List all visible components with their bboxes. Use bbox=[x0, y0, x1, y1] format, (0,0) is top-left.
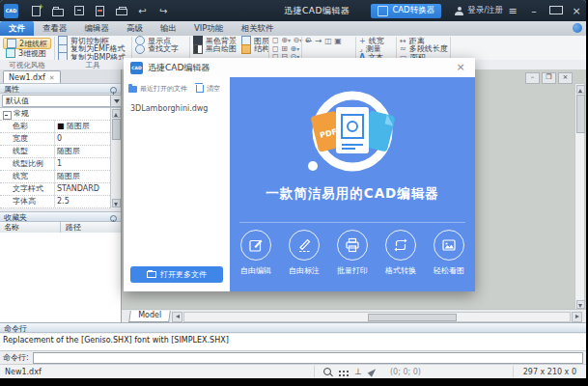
mdi-close-button[interactable]: × bbox=[558, 72, 573, 84]
tab-advanced[interactable]: 高级 bbox=[118, 21, 152, 36]
mdi-restore-button[interactable]: ❐ bbox=[542, 72, 556, 84]
favorites-list[interactable] bbox=[0, 233, 121, 322]
property-row-font-height[interactable]: 字体高 2.5 bbox=[0, 195, 110, 208]
property-row-linetype[interactable]: 线型 随图层 bbox=[0, 145, 110, 158]
property-row-lineweight[interactable]: 线宽 随图层 bbox=[0, 170, 110, 183]
easy-view-button[interactable]: 轻松看图 bbox=[427, 230, 471, 276]
dialog-title-bar: CAD 迅捷CAD编辑器 × bbox=[124, 58, 475, 78]
print-icon bbox=[116, 9, 127, 15]
favorites-path-column[interactable]: 路径 bbox=[66, 222, 81, 233]
collapse-icon[interactable] bbox=[3, 111, 12, 120]
document-tab[interactable]: New1.dxf✕ bbox=[3, 70, 61, 84]
property-row-color[interactable]: 色彩 ■ 随图层 bbox=[0, 120, 110, 133]
scrollbar-thumb[interactable] bbox=[576, 95, 585, 133]
cad-converter-button[interactable]: CAD转换器 bbox=[371, 4, 441, 18]
view-navigation-tools[interactable]: ← → ◫ ▣ bbox=[305, 37, 342, 45]
grid-snap-icon[interactable] bbox=[339, 371, 341, 372]
dialog-sidebar: 最近打开的文件 清空 3DLamborghini.dwg 打开更多文件 bbox=[124, 77, 231, 291]
edit-icon bbox=[248, 237, 264, 253]
magnifier-icon[interactable] bbox=[323, 368, 331, 375]
mdi-minimize-button[interactable]: – bbox=[525, 72, 540, 84]
scroll-up-icon[interactable] bbox=[112, 109, 121, 118]
dropdown-arrow-icon[interactable] bbox=[110, 96, 121, 106]
scroll-down-icon[interactable] bbox=[576, 300, 585, 309]
document-tab-bar: New1.dxf✕ bbox=[0, 69, 121, 84]
open-file-button[interactable] bbox=[51, 5, 64, 17]
tab-related[interactable]: 相关软件 bbox=[232, 21, 282, 36]
property-scrollbar[interactable] bbox=[110, 108, 121, 208]
tab-editor[interactable]: 编辑器 bbox=[76, 21, 119, 36]
print-button[interactable] bbox=[115, 5, 127, 17]
maximize-button[interactable] bbox=[549, 5, 561, 17]
open-more-files-button[interactable]: 打开更多文件 bbox=[130, 266, 223, 283]
export-pdf-button[interactable] bbox=[94, 5, 106, 17]
ribbon-3d-view-button[interactable]: 3维视图 bbox=[3, 48, 49, 58]
favorites-name-column[interactable]: 名称 bbox=[4, 222, 19, 233]
tab-viewer[interactable]: 查看器 bbox=[34, 21, 76, 36]
ortho-icon[interactable]: ⊥ bbox=[354, 367, 362, 376]
next-view-icon[interactable]: → bbox=[315, 36, 322, 45]
ribbon-find-text-button[interactable]: 查找文字 bbox=[135, 45, 179, 53]
view-3d-icon bbox=[6, 48, 15, 58]
status-filename: New1.dxf bbox=[5, 368, 42, 376]
scroll-up-icon[interactable] bbox=[576, 85, 585, 94]
free-edit-button[interactable]: 自由编辑 bbox=[234, 230, 278, 276]
undo-button[interactable]: ↩ bbox=[136, 5, 149, 17]
tab-output[interactable]: 输出 bbox=[152, 21, 185, 36]
ribbon-bw-drawing-button[interactable]: 黑白绘图 bbox=[193, 45, 237, 53]
mdi-window-controls: – ❐ × bbox=[525, 72, 573, 84]
scroll-down-icon[interactable] bbox=[112, 199, 121, 207]
pdf-icon bbox=[96, 6, 104, 16]
save-icon bbox=[74, 6, 84, 15]
dialog-title: 迅捷CAD编辑器 bbox=[148, 62, 210, 74]
batch-print-button[interactable]: 批量打印 bbox=[330, 230, 375, 276]
save-button[interactable] bbox=[72, 5, 85, 17]
dialog-content: PDF 一款简洁易用的CAD编辑器 自由编辑 bbox=[230, 77, 475, 291]
free-annotate-button[interactable]: 自由标注 bbox=[282, 230, 326, 276]
scrollbar-thumb[interactable] bbox=[368, 314, 457, 321]
tab-vip[interactable]: VIP功能 bbox=[185, 21, 232, 36]
scroll-right-icon[interactable] bbox=[572, 312, 582, 322]
ribbon: 2维线框 3维视图 剪切控制框 复制为EMF格式 复制为BMP格式 显示点 查找… bbox=[0, 36, 586, 60]
tab-file[interactable]: 文件 bbox=[0, 21, 34, 36]
menu-icon[interactable]: ≡ bbox=[507, 5, 518, 17]
login-button[interactable]: 登录/注册 bbox=[455, 5, 503, 16]
scroll-left-icon[interactable] bbox=[172, 312, 182, 322]
ribbon-structure-button[interactable]: 结构 bbox=[241, 45, 269, 53]
horizontal-scrollbar[interactable] bbox=[183, 312, 571, 322]
command-input[interactable] bbox=[33, 352, 583, 364]
color-swatch-icon: ■ bbox=[57, 122, 65, 130]
window-title: 迅捷CAD编辑器 bbox=[284, 5, 350, 17]
property-row-width[interactable]: 宽度 0 bbox=[0, 132, 110, 146]
previous-view-icon[interactable]: ← bbox=[305, 36, 313, 45]
update-icon[interactable] bbox=[573, 23, 582, 33]
left-panel: New1.dxf✕ 属性 默认值 常规 色彩 ■ 随图层 宽度 0 bbox=[0, 69, 122, 322]
pin-icon[interactable] bbox=[110, 215, 117, 222]
minimize-button[interactable]: – bbox=[528, 5, 540, 17]
new-file-button[interactable] bbox=[30, 5, 42, 17]
property-row-linetype-scale[interactable]: 线型比例 1 bbox=[0, 157, 110, 171]
saved-view-icon[interactable]: ◫ bbox=[324, 37, 332, 45]
open-folder-icon bbox=[52, 9, 64, 16]
named-view-icon[interactable]: ▣ bbox=[334, 37, 342, 45]
vertical-scrollbar[interactable] bbox=[574, 83, 585, 311]
horizontal-scrollbar-row: Model bbox=[122, 309, 586, 322]
preset-dropdown[interactable]: 默认值 bbox=[2, 95, 122, 107]
tab-close-icon[interactable]: ✕ bbox=[49, 74, 55, 82]
close-button[interactable]: × bbox=[571, 5, 582, 17]
pen-icon[interactable] bbox=[368, 367, 378, 377]
format-convert-button[interactable]: 格式转换 bbox=[378, 230, 423, 276]
pin-icon[interactable] bbox=[110, 87, 117, 94]
structure-icon bbox=[241, 44, 251, 54]
property-row-text-style[interactable]: 文字样式 STANDARD bbox=[0, 182, 110, 196]
wireframe-2d-icon bbox=[7, 39, 16, 48]
dialog-close-button[interactable]: × bbox=[454, 61, 467, 74]
model-tab[interactable]: Model bbox=[128, 311, 171, 322]
cad-suite-logo: PDF bbox=[290, 85, 415, 185]
clear-recent-button[interactable]: 清空 bbox=[207, 84, 220, 94]
redo-button[interactable]: ↪ bbox=[157, 5, 170, 17]
app-window: CAD ↩ ↪ 迅捷CAD编辑器 CAD转换器 登录/注册 ≡ – × 文件 查 bbox=[0, 0, 586, 378]
scrollbar-thumb[interactable] bbox=[112, 119, 121, 140]
property-grid: 常规 色彩 ■ 随图层 宽度 0 线型 随图层 线型比例 1 线宽 随图层 bbox=[0, 107, 121, 208]
recent-file-item[interactable]: 3DLamborghini.dwg bbox=[124, 102, 230, 116]
